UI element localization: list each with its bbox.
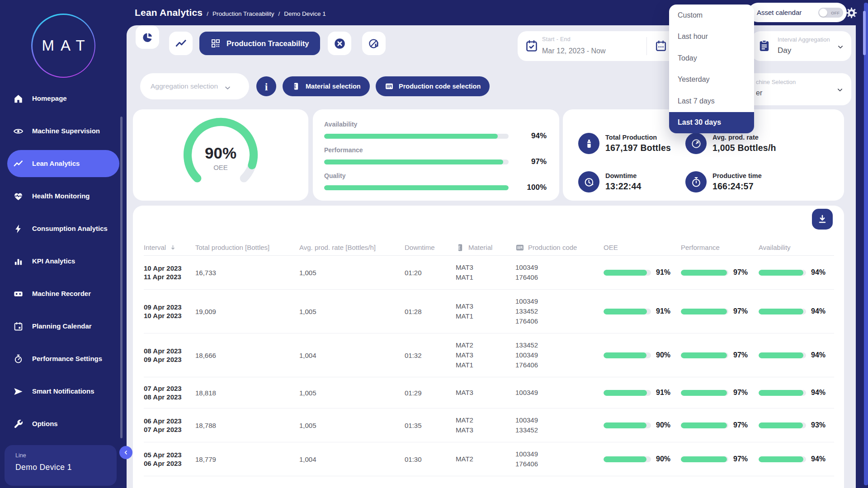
pie-chart-view-button[interactable] [136,25,159,49]
divider [646,37,647,55]
cell-avg-prod-rate: 1,005 [299,422,405,429]
column-header-interval[interactable]: Interval [144,244,195,251]
machine-selection-value: er [756,89,762,97]
kpi-bar-performance: Performance97% [324,146,547,166]
column-header-performance[interactable]: Performance [681,244,759,251]
sidebar-item-consumption-analytics[interactable]: Consumption Analytics [7,212,119,245]
menu-item-custom[interactable]: Custom [669,5,754,26]
logo: MAT [31,14,95,78]
cell-total-production: 18,818 [195,389,299,397]
column-header-production-code[interactable]: Production code [515,243,604,252]
sidebar-item-options[interactable]: Options [7,408,119,440]
sidebar-scrollbar[interactable] [120,117,123,438]
settings-gear-icon[interactable] [845,7,858,19]
asset-calendar-toggle[interactable]: OFF [818,8,843,18]
breadcrumb-section[interactable]: Production Traceability [212,10,274,17]
page-scrollbar[interactable] [864,3,868,485]
cell-interval: 09 Apr 202310 Apr 2023 [144,303,195,320]
production-code-selection-button[interactable]: Production code selection [376,76,490,96]
close-view-button[interactable] [328,32,351,55]
stat-total-production: Total Production167,197 Bottles [578,124,685,163]
production-code-selection-label: Production code selection [399,83,481,90]
sidebar-item-planning-calendar[interactable]: Planning Calendar [7,310,119,343]
info-button[interactable]: i [256,76,276,96]
interval-aggregation-select[interactable]: Interval Aggregation Day [751,31,851,61]
material-selection-button[interactable]: Material selection [283,76,370,96]
material-selection-label: Material selection [306,83,361,90]
table-row[interactable]: 05 Apr 202306 Apr 202318,7791,00401:30MA… [144,442,834,476]
sidebar-item-kpi-analytics[interactable]: KPI Analytics [7,245,119,277]
stat-value: 13:22:44 [605,181,642,192]
sidebar-collapse-button[interactable] [119,446,132,459]
menu-item-last-hour[interactable]: Last hour [669,26,754,48]
column-header-total-production-bottles-[interactable]: Total production [Bottles] [195,244,299,251]
aggregation-select[interactable]: Aggregation selection [140,73,249,99]
column-header-downtime[interactable]: Downtime [405,244,456,251]
column-header-availability[interactable]: Availability [759,244,832,251]
column-header-oee[interactable]: OEE [604,244,681,251]
clipboard-icon [758,39,771,52]
percent-bar: 94% [759,268,832,277]
kpi-bar-label: Availability [324,121,547,128]
breadcrumb-device[interactable]: Demo Device 1 [284,10,326,17]
column-label: Total production [Bottles] [195,244,269,251]
cell-materials: MAT3MAT1 [456,263,515,282]
cell-materials: MAT3MAT1 [456,301,515,321]
sort-down-icon[interactable] [170,244,176,251]
column-header-avg-prod-rate-bottles-h-[interactable]: Avg. prod. rate [Bottles/h] [299,244,405,251]
sidebar-item-homepage[interactable]: Homepage [7,82,119,115]
download-button[interactable] [812,209,833,230]
sidebar-item-smart-notifications[interactable]: Smart Notifications [7,375,119,408]
column-header-material[interactable]: Material [456,243,515,252]
no-data-view-button[interactable] [362,32,386,55]
menu-item-yesterday[interactable]: Yesterday [669,69,754,91]
column-label: Material [468,244,492,251]
table-row[interactable]: 09 Apr 202310 Apr 202319,0091,00501:28MA… [144,290,834,333]
stat-value: 1,005 Bottles/h [712,143,776,153]
trend-icon [13,159,24,169]
oee-label: OEE [213,164,228,171]
column-label: Avg. prod. rate [Bottles/h] [299,244,376,251]
percent-bar: 97% [681,268,759,277]
menu-item-today[interactable]: Today [669,47,754,69]
trend-view-button[interactable] [169,32,193,55]
tab-production-traceability[interactable]: Production Traceability [199,32,320,55]
material-icon [292,82,301,91]
cell-avg-prod-rate: 1,005 [299,308,405,315]
percent-bar: 90% [604,421,681,429]
date-preset-icon[interactable] [655,40,667,52]
sidebar-item-health-monitoring[interactable]: Health Monitoring [7,180,119,212]
sidebar-item-label: Homepage [32,94,110,103]
cell-performance: 97% [681,351,759,359]
date-range-card[interactable]: Start - End Mar 12, 2023 - Now [518,31,688,61]
cell-availability: 94% [759,268,832,277]
sidebar-item-performance-settings[interactable]: Performance Settings [7,343,119,375]
stat-icon-circle [685,171,707,192]
column-label: OEE [604,244,618,251]
percent-bar: 94% [759,307,832,315]
table-row[interactable]: 07 Apr 202308 Apr 202318,8181,00501:29MA… [144,377,834,408]
cell-oee: 91% [604,389,681,397]
sidebar-item-label: Performance Settings [32,355,110,363]
menu-scrollbar[interactable] [863,11,866,55]
download-icon [817,214,828,225]
stat-value: 166:24:57 [712,181,762,192]
menu-item-last-30-days[interactable]: Last 30 days [669,112,754,134]
cell-downtime: 01:30 [405,455,456,463]
stat-icon-circle [578,133,599,154]
device-label: Line [15,452,117,459]
sidebar-item-machine-recorder[interactable]: Machine Recorder [7,277,119,310]
table-row[interactable]: 08 Apr 202309 Apr 202318,6661,00401:32MA… [144,333,834,377]
table-row[interactable]: 06 Apr 202307 Apr 202318,7881,00501:35MA… [144,408,834,442]
menu-item-last-7-days[interactable]: Last 7 days [669,90,754,112]
table-row[interactable]: 10 Apr 202311 Apr 202316,7331,00501:20MA… [144,256,834,290]
sidebar-item-lean-analytics[interactable]: Lean Analytics [7,150,119,177]
kpi-bar-quality: Quality100% [324,172,547,192]
cell-oee: 91% [604,307,681,315]
sidebar-item-label: KPI Analytics [32,257,110,266]
sidebar-item-machine-supervision[interactable]: Machine Supervision [7,115,119,147]
stopwatch-icon [690,176,702,188]
device-card[interactable]: Line Demo Device 1 [5,445,117,486]
column-label: Downtime [405,244,435,251]
breadcrumb-separator: / [278,10,280,17]
